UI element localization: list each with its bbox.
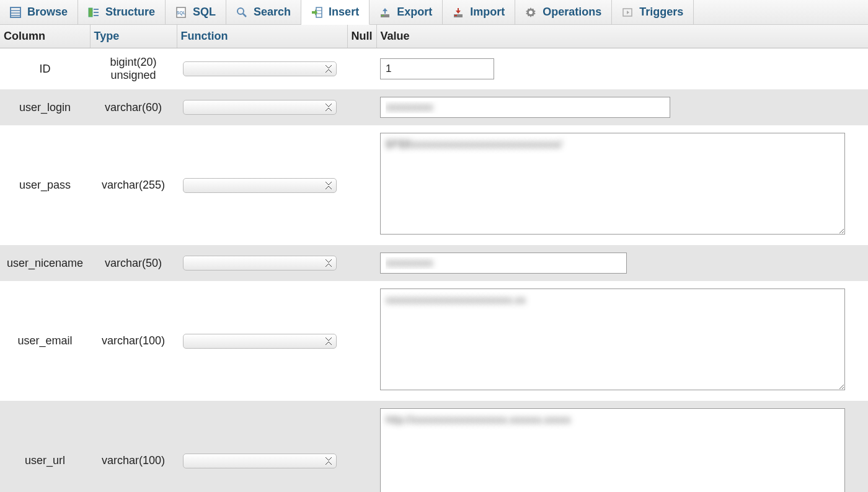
svg-rect-20 (454, 15, 457, 16)
table-row: user_nicename varchar(50) (0, 245, 868, 281)
column-name: ID (0, 48, 90, 90)
search-icon (236, 7, 247, 18)
value-cell (376, 48, 868, 90)
svg-rect-17 (381, 15, 384, 16)
tab-triggers[interactable]: Triggers (612, 0, 694, 24)
value-cell (376, 89, 868, 125)
column-type: varchar(100) (90, 401, 177, 492)
column-name: user_login (0, 89, 90, 125)
column-type: varchar(255) (90, 125, 177, 245)
tab-label: Insert (329, 6, 359, 19)
function-select[interactable] (183, 334, 337, 349)
null-cell (347, 89, 376, 125)
column-type: varchar(60) (90, 89, 177, 125)
column-name: user_url (0, 401, 90, 492)
tab-insert[interactable]: Insert (301, 0, 370, 25)
null-cell (347, 125, 376, 245)
tab-search[interactable]: Search (226, 0, 301, 24)
tab-bar: Browse Structure SQL SQL Search Insert E… (0, 0, 868, 25)
table-row: ID bigint(20) unsigned (0, 48, 868, 90)
svg-text:SQL: SQL (177, 11, 186, 16)
table-row: user_url varchar(100) http://xxxxxxxxxxx… (0, 401, 868, 492)
header-column: Column (0, 25, 90, 48)
null-cell (347, 281, 376, 401)
header-null: Null (347, 25, 376, 48)
svg-marker-18 (383, 8, 388, 14)
column-type: varchar(50) (90, 245, 177, 281)
function-cell (177, 401, 347, 492)
null-cell (347, 245, 376, 281)
tab-label: Import (470, 6, 505, 19)
function-select[interactable] (183, 454, 337, 468)
value-cell: http://xxxxxxxxxxxxxxxxxx.xxxxxx.xxxxx (376, 401, 868, 492)
function-cell (177, 281, 347, 401)
function-select[interactable] (183, 178, 337, 193)
value-textarea-user-pass[interactable]: $P$Bxxxxxxxxxxxxxxxxxxxxxxxxxxxx/ (380, 133, 845, 235)
table-row: user_login varchar(60) (0, 89, 868, 125)
table-row: user_email varchar(100) xxxxxxxxxxxxxxxx… (0, 281, 868, 401)
svg-rect-4 (89, 8, 92, 17)
tab-sql[interactable]: SQL SQL (166, 0, 226, 24)
function-select[interactable] (183, 256, 337, 271)
tab-label: Operations (542, 6, 601, 19)
column-name: user_pass (0, 125, 90, 245)
svg-point-22 (529, 11, 533, 14)
tab-browse[interactable]: Browse (0, 0, 78, 24)
function-cell (177, 245, 347, 281)
value-cell (376, 245, 868, 281)
tab-label: Structure (105, 6, 155, 19)
tab-operations[interactable]: Operations (515, 0, 612, 24)
header-type: Type (90, 25, 177, 48)
svg-line-11 (243, 14, 246, 17)
header-function: Function (177, 25, 347, 48)
insert-icon (311, 7, 322, 18)
tab-label: Export (397, 6, 432, 19)
function-cell (177, 125, 347, 245)
table-header-row: Column Type Function Null Value (0, 25, 868, 48)
import-icon (453, 7, 464, 18)
tab-export[interactable]: Export (370, 0, 443, 24)
null-cell (347, 401, 376, 492)
tab-structure[interactable]: Structure (78, 0, 166, 24)
column-name: user_email (0, 281, 90, 401)
value-input-user-login[interactable] (380, 97, 670, 118)
tab-label: SQL (193, 6, 216, 19)
header-value: Value (376, 25, 868, 48)
operations-icon (525, 7, 536, 18)
column-name: user_nicename (0, 245, 90, 281)
tab-label: Triggers (639, 6, 683, 19)
function-select[interactable] (183, 100, 337, 115)
svg-point-10 (237, 8, 244, 14)
sql-icon: SQL (175, 7, 187, 18)
triggers-icon (622, 7, 633, 18)
function-cell (177, 89, 347, 125)
table-row: user_pass varchar(255) $P$Bxxxxxxxxxxxxx… (0, 125, 868, 245)
tab-label: Browse (27, 6, 68, 19)
value-textarea-user-email[interactable]: xxxxxxxxxxxxxxxxxxxxxxxx.xx (380, 288, 845, 390)
structure-icon (88, 7, 99, 18)
value-textarea-user-url[interactable]: http://xxxxxxxxxxxxxxxxxx.xxxxxx.xxxxx (380, 408, 845, 492)
column-type: bigint(20) unsigned (90, 48, 177, 90)
null-cell (347, 48, 376, 90)
function-cell (177, 48, 347, 90)
browse-icon (10, 7, 21, 18)
value-input-id[interactable] (380, 58, 494, 79)
export-icon (379, 7, 391, 18)
insert-form-table: Column Type Function Null Value ID bigin… (0, 25, 868, 492)
value-input-user-nicename[interactable] (380, 253, 627, 274)
function-select[interactable] (183, 61, 337, 76)
svg-marker-21 (456, 8, 461, 14)
column-type: varchar(100) (90, 281, 177, 401)
value-cell: xxxxxxxxxxxxxxxxxxxxxxxx.xx (376, 281, 868, 401)
value-cell: $P$Bxxxxxxxxxxxxxxxxxxxxxxxxxxxx/ (376, 125, 868, 245)
tab-label: Search (254, 6, 291, 19)
tab-import[interactable]: Import (443, 0, 515, 24)
svg-marker-24 (627, 11, 629, 14)
